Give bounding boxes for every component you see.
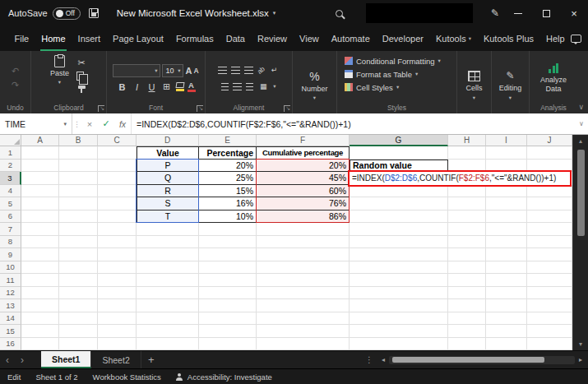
tab-kutools[interactable]: Kutools▾ [429, 26, 477, 51]
font-size-select[interactable]: 10▾ [162, 64, 183, 77]
cell-D2[interactable]: P [137, 160, 199, 173]
tab-help[interactable]: Help [540, 26, 572, 51]
tab-file[interactable]: File [8, 26, 35, 51]
editing-button[interactable]: Editing [499, 84, 522, 92]
conditional-formatting-item[interactable]: Conditional Formatting▾ [340, 54, 454, 67]
row-header-1[interactable]: 1 [0, 146, 21, 160]
horizontal-scroll-track[interactable] [389, 356, 575, 364]
formula-bar-expand-icon[interactable]: ∨ [575, 113, 588, 134]
grow-font-icon[interactable]: A [185, 66, 192, 76]
paste-button[interactable]: Paste ▾ [50, 55, 69, 101]
column-header-E[interactable]: E [199, 135, 257, 146]
row-header-7[interactable]: 7 [0, 223, 21, 236]
row-header-6[interactable]: 6 [0, 211, 21, 224]
fill-color-icon[interactable] [176, 82, 184, 91]
align-right-icon[interactable] [246, 83, 253, 90]
italic-button[interactable]: I [132, 81, 143, 93]
cells-button[interactable]: Cells [465, 84, 482, 92]
shrink-font-icon[interactable]: A [193, 67, 198, 75]
clipboard-launcher-icon[interactable]: ↘ [98, 105, 104, 112]
scroll-up-icon[interactable]: ▴ [579, 135, 582, 147]
cell-E6[interactable]: 10% [199, 211, 257, 224]
tab-home[interactable]: Home [35, 26, 72, 51]
format-as-table-item[interactable]: Format as Table▾ [340, 67, 454, 81]
tab-developer[interactable]: Developer [376, 26, 429, 51]
align-middle-icon[interactable] [231, 67, 240, 74]
draw-icon[interactable]: ✎ [491, 7, 499, 19]
analyze-data-button[interactable]: Analyze Data [535, 76, 572, 94]
font-color-icon[interactable]: A [188, 81, 196, 93]
cell-D4[interactable]: R [137, 185, 199, 198]
tab-view[interactable]: View [294, 26, 326, 51]
alignment-launcher-icon[interactable]: ↘ [284, 105, 290, 112]
sheet-nav-right-icon[interactable]: › [15, 351, 30, 368]
borders-icon[interactable]: ⊞ [161, 81, 173, 93]
cell-E1[interactable]: Percentage [199, 146, 257, 160]
row-header-10[interactable]: 10 [0, 261, 21, 275]
worksheet-grid[interactable]: ABCDEFGHIJ12345678910111213141516ValuePe… [0, 135, 572, 350]
save-icon[interactable] [89, 8, 99, 18]
tabbar-more-icon[interactable]: ⋮ [363, 351, 376, 368]
minimize-button[interactable] [504, 0, 532, 26]
row-header-2[interactable]: 2 [0, 160, 21, 173]
row-header-16[interactable]: 16 [0, 338, 21, 351]
scroll-right-icon[interactable]: ▸ [575, 356, 586, 363]
orientation-icon[interactable]: ab [256, 65, 266, 76]
align-center-icon[interactable] [233, 83, 242, 90]
cell-D6[interactable]: T [137, 211, 199, 224]
font-launcher-icon[interactable]: ↘ [197, 105, 203, 112]
name-box-resize-handle[interactable]: ⋮ [72, 113, 81, 134]
redo-icon[interactable]: ↷ [10, 80, 21, 91]
workbook-statistics[interactable]: Workbook Statistics [86, 372, 169, 382]
cell-F4[interactable]: 60% [257, 185, 350, 198]
formula-bar-input[interactable]: =INDEX(D$2:D$6,COUNTIF(F$2:F$6,"<="&RAND… [131, 113, 575, 134]
comments-icon[interactable] [571, 35, 581, 43]
name-box-dropdown-icon[interactable]: ▾ [63, 121, 67, 127]
copy-icon[interactable] [76, 72, 84, 81]
accessibility-status[interactable]: Accessibility: Investigate [169, 372, 280, 382]
close-button[interactable]: × [560, 0, 588, 26]
tab-formulas[interactable]: Formulas [169, 26, 220, 51]
vertical-scrollbar[interactable]: ▴ ▾ [572, 135, 588, 350]
column-header-B[interactable]: B [59, 135, 98, 146]
merge-center-icon[interactable]: ▦ [257, 81, 269, 92]
tab-review[interactable]: Review [251, 26, 293, 51]
column-header-I[interactable]: I [486, 135, 527, 146]
horizontal-scrollbar[interactable]: ◂ ▸ [376, 351, 588, 368]
row-header-15[interactable]: 15 [0, 325, 21, 338]
cell-D5[interactable]: S [137, 197, 199, 211]
undo-icon[interactable]: ↶ [10, 66, 21, 77]
cell-F3[interactable]: 45% [257, 172, 350, 185]
select-all-corner[interactable] [0, 135, 21, 146]
tab-kutools-plus[interactable]: Kutools Plus [477, 26, 539, 51]
column-header-F[interactable]: F [257, 135, 350, 146]
row-header-14[interactable]: 14 [0, 312, 21, 326]
row-header-9[interactable]: 9 [0, 248, 21, 261]
number-group-text[interactable]: Number [301, 85, 327, 93]
row-header-13[interactable]: 13 [0, 299, 21, 312]
window-title[interactable]: New Microsoft Excel Worksheet.xlsx ▾ [117, 8, 276, 18]
maximize-button[interactable] [532, 0, 560, 26]
column-header-D[interactable]: D [137, 135, 199, 146]
cell-F6[interactable]: 86% [257, 211, 350, 224]
cell-F5[interactable]: 76% [257, 197, 350, 211]
collapse-ribbon-icon[interactable]: ∨ [578, 103, 584, 111]
tab-page-layout[interactable]: Page Layout [107, 26, 170, 51]
align-bottom-icon[interactable] [244, 67, 253, 74]
scroll-down-icon[interactable]: ▾ [579, 338, 582, 350]
insert-function-button[interactable]: fx [114, 113, 131, 134]
cancel-button[interactable]: × [81, 113, 98, 134]
row-header-5[interactable]: 5 [0, 197, 21, 211]
row-header-8[interactable]: 8 [0, 236, 21, 249]
column-header-A[interactable]: A [21, 135, 59, 146]
new-sheet-button[interactable]: + [141, 351, 161, 368]
row-header-3[interactable]: 3 [0, 172, 21, 185]
align-top-icon[interactable] [218, 67, 227, 74]
row-header-4[interactable]: 4 [0, 185, 21, 198]
enter-button[interactable]: ✓ [98, 113, 114, 134]
cell-D3[interactable]: Q [137, 172, 199, 185]
cell-E4[interactable]: 15% [199, 185, 257, 198]
tab-data[interactable]: Data [220, 26, 251, 51]
column-header-H[interactable]: H [448, 135, 486, 146]
row-header-11[interactable]: 11 [0, 274, 21, 287]
